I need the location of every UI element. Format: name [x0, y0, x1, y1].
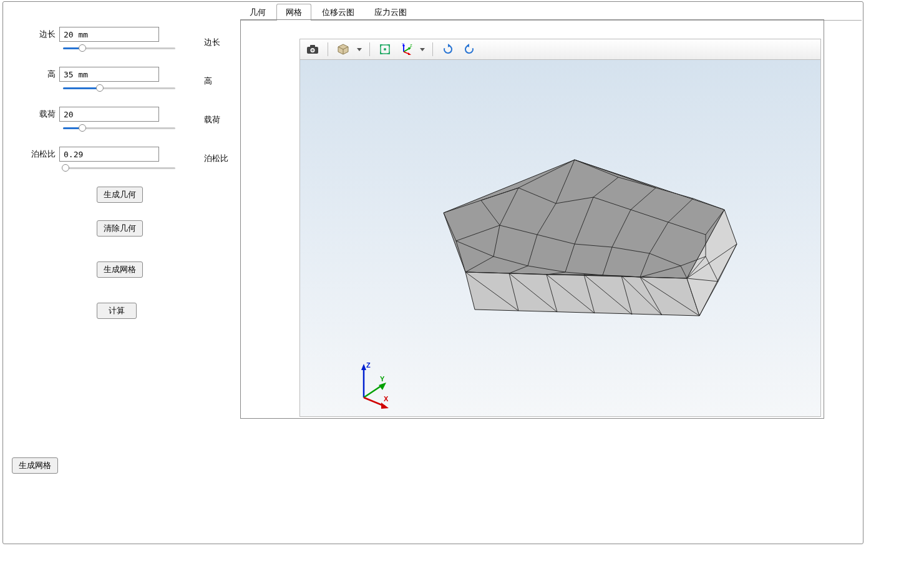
axis-triad-icon: Z Y X — [351, 360, 401, 410]
footer-generate-mesh-button[interactable]: 生成网格 — [12, 457, 58, 474]
poisson-input[interactable] — [59, 147, 159, 162]
viewport-frame: Y Z — [240, 19, 824, 419]
svg-rect-1 — [310, 45, 315, 47]
svg-marker-102 — [381, 403, 389, 409]
axis-x-label: X — [384, 395, 389, 403]
svg-marker-17 — [420, 48, 425, 51]
load-input[interactable] — [59, 107, 159, 122]
viewport-toolbar: Y Z — [299, 39, 821, 60]
edge-length-slider[interactable] — [63, 44, 175, 53]
poisson-slider[interactable] — [63, 164, 175, 173]
height-input[interactable] — [59, 67, 159, 82]
tab-geometry[interactable]: 几何 — [240, 4, 275, 21]
rotate-cw-icon[interactable] — [439, 41, 457, 57]
cube-view-icon[interactable] — [334, 41, 352, 57]
tab-mesh[interactable]: 网格 — [276, 4, 311, 21]
edge-length-input[interactable] — [59, 27, 159, 42]
svg-marker-21 — [465, 272, 699, 316]
parameter-echo-column: 边长 高 载荷 泊松比 — [204, 32, 241, 187]
load-label: 载荷 — [9, 109, 59, 120]
tab-stress-contour[interactable]: 应力云图 — [365, 4, 416, 21]
rotate-ccw-icon[interactable] — [460, 41, 478, 57]
height-row: 高 — [9, 67, 234, 82]
chevron-down-icon[interactable] — [356, 47, 363, 52]
axis-z-label: Z — [366, 361, 371, 369]
poisson-echo: 泊松比 — [204, 148, 241, 187]
load-row: 载荷 — [9, 107, 234, 122]
edge-length-echo: 边长 — [204, 32, 241, 71]
chevron-down-icon[interactable] — [419, 47, 426, 52]
tab-bar: 几何 网格 位移云图 应力云图 — [240, 3, 862, 21]
axis-y-label: Y — [380, 375, 385, 383]
generate-geometry-button[interactable]: 生成几何 — [97, 187, 143, 203]
axes-icon[interactable]: Y Z — [397, 41, 415, 57]
height-echo: 高 — [204, 71, 241, 109]
viewport-canvas[interactable]: Z Y X — [299, 60, 821, 417]
height-slider[interactable] — [63, 84, 175, 93]
svg-marker-100 — [379, 383, 386, 390]
mesh-render — [394, 154, 743, 366]
camera-icon[interactable] — [304, 41, 321, 57]
app-window: 边长 高 载荷 泊松比 — [2, 1, 863, 544]
svg-text:Z: Z — [410, 44, 412, 47]
tab-displacement-contour[interactable]: 位移云图 — [313, 4, 364, 21]
edge-length-label: 边长 — [9, 29, 59, 40]
edge-length-row: 边长 — [9, 27, 234, 42]
height-label: 高 — [9, 69, 59, 80]
svg-marker-98 — [361, 364, 366, 370]
poisson-row: 泊松比 — [9, 147, 234, 162]
fit-all-icon[interactable] — [376, 41, 394, 57]
svg-marker-6 — [357, 48, 362, 51]
svg-line-99 — [364, 385, 382, 398]
poisson-label: 泊松比 — [9, 149, 59, 160]
svg-marker-14 — [408, 52, 411, 55]
svg-point-8 — [384, 48, 386, 51]
svg-text:Y: Y — [402, 43, 404, 46]
compute-button[interactable]: 计算 — [97, 303, 137, 319]
clear-geometry-button[interactable]: 清除几何 — [97, 220, 143, 237]
svg-point-3 — [311, 49, 314, 52]
generate-mesh-button[interactable]: 生成网格 — [97, 261, 143, 278]
load-echo: 载荷 — [204, 109, 241, 148]
load-slider[interactable] — [63, 124, 175, 133]
